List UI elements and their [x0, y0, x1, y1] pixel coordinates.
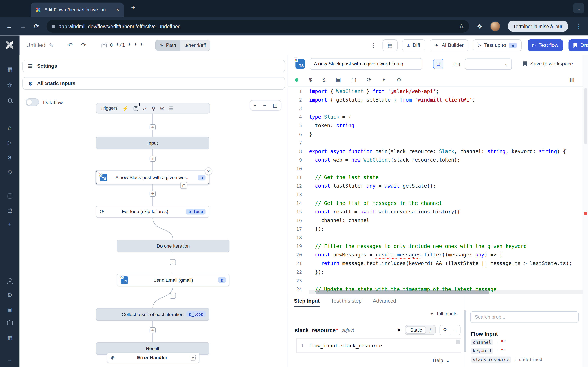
docs-button[interactable]: ▤	[383, 39, 398, 51]
cron-schedule[interactable]: 0 */1 * * *	[110, 42, 143, 48]
new-tab-button[interactable]: +	[131, 4, 135, 12]
delete-step-icon[interactable]: ×	[205, 167, 212, 175]
add-step-button[interactable]: +	[150, 327, 156, 333]
add-step-button[interactable]: +	[150, 191, 156, 197]
rail-flows-icon[interactable]: ⇶	[0, 208, 20, 213]
rail-apps-icon[interactable]: ▦	[0, 66, 20, 72]
path-control[interactable]: ✎Path u/henri/eff	[155, 40, 210, 51]
flow-node-do-one-iteration[interactable]: Do one iteration	[117, 240, 229, 252]
tab-close-icon[interactable]: ×	[116, 7, 119, 13]
code-line[interactable]: 22 });	[288, 268, 583, 276]
more-options-icon[interactable]: ⋮	[371, 42, 376, 49]
cache-toggle-button[interactable]: ▢	[433, 59, 443, 69]
code-line[interactable]: 14 // Get the list of messages in the ch…	[288, 199, 583, 207]
bookmark-star-icon[interactable]: ☆	[459, 23, 464, 30]
code-line[interactable]: 23	[288, 276, 583, 285]
code-line[interactable]: 16 channel: channel	[288, 216, 583, 225]
prop-item[interactable]: channel:""	[465, 338, 583, 346]
expression-editor[interactable]: 1 flow_input.slack_resource	[296, 338, 461, 353]
help-button[interactable]: Help ⌄	[433, 357, 450, 363]
websocket-trigger-icon[interactable]: ⚲	[152, 106, 155, 111]
insert-arrow-icon[interactable]: →	[450, 325, 460, 335]
webhook-trigger-icon[interactable]: ⚡	[122, 106, 129, 111]
code-line[interactable]: 1import { WebClient } from '@slack/web-a…	[288, 87, 583, 95]
rail-grid-icon[interactable]: ▦	[0, 334, 20, 340]
rail-runs-icon[interactable]: ▷	[0, 140, 20, 145]
search-prop-input[interactable]	[470, 311, 579, 323]
code-line[interactable]: 5 token: string	[288, 121, 583, 130]
reset-icon[interactable]: ⟳	[367, 77, 371, 82]
code-line[interactable]: 18	[288, 233, 583, 242]
code-line[interactable]: 2import { getState, setState } from 'win…	[288, 95, 583, 104]
tab-test-this-step[interactable]: Test this step	[331, 294, 362, 307]
code-line[interactable]: 17 });	[288, 225, 583, 233]
code-line[interactable]: 6}	[288, 130, 583, 138]
back-button[interactable]: ←	[6, 23, 12, 29]
resize-handle[interactable]	[456, 340, 460, 344]
triggers-bar[interactable]: Triggers ⚡ 1 ⇄ ⚲ ✉ ☰	[96, 103, 210, 113]
prop-item[interactable]: slack_resource:undefined	[465, 355, 583, 364]
zoom-out-button[interactable]: −	[263, 102, 266, 108]
reload-button[interactable]: ⟳	[34, 23, 39, 29]
settings-button[interactable]: ☰ Settings	[22, 60, 285, 72]
rail-settings-icon[interactable]: ⚙	[0, 292, 20, 298]
horizontal-scrollbar[interactable]	[309, 290, 583, 294]
flow-node-slack-step[interactable]: TS A new Slack post with a given wor... …	[96, 171, 209, 184]
address-bar[interactable]: ≡ app.windmill.dev/flows/edit/u/henri/ef…	[47, 20, 469, 33]
forward-button[interactable]: →	[20, 23, 26, 29]
browser-menu-icon[interactable]: ⋮	[576, 23, 582, 29]
zoom-in-button[interactable]: +	[254, 102, 256, 108]
test-flow-button[interactable]: ▷Test flow	[527, 39, 563, 51]
code-line[interactable]: 12 const lastState: any = await getState…	[288, 182, 583, 190]
variables-icon[interactable]: $	[309, 77, 312, 82]
rail-favorites-icon[interactable]: ☆	[0, 82, 20, 88]
tab-advanced[interactable]: Advanced	[373, 294, 396, 307]
tab-list-button[interactable]: ⌄	[573, 3, 584, 13]
code-line[interactable]: 3	[288, 104, 583, 113]
test-up-to-button[interactable]: ▷Test up toa	[473, 39, 522, 51]
edit-title-icon[interactable]: ✎	[49, 42, 53, 48]
add-step-button[interactable]: +	[150, 156, 156, 162]
site-settings-icon[interactable]: ≡	[52, 23, 55, 29]
add-step-button[interactable]: +	[170, 293, 176, 299]
dataflow-toggle[interactable]	[26, 99, 39, 106]
rail-variables-icon[interactable]: $	[0, 155, 20, 160]
schedule-trigger-icon[interactable]: 1	[133, 106, 138, 111]
flow-node-forloop[interactable]: ⟳ For loop (skip failures) b_loop	[96, 206, 209, 217]
flow-node-input[interactable]: Input	[96, 137, 209, 149]
flow-node-send-email[interactable]: TS Send Email (gmail) b	[117, 274, 229, 286]
redo-button[interactable]: ↷	[81, 42, 86, 49]
static-option[interactable]: Static	[406, 326, 426, 334]
package-icon[interactable]: ▣	[336, 77, 341, 82]
ai-builder-button[interactable]: ✦AI Builder	[430, 39, 468, 51]
prop-item[interactable]: keyword:""	[465, 346, 583, 355]
code-line[interactable]: 9 const web = new WebClient(slack_resour…	[288, 156, 583, 164]
http-trigger-icon[interactable]: ⇄	[143, 106, 147, 111]
flow-node-collect-result[interactable]: Collect result of each iteration b_loop	[96, 308, 209, 321]
editor-settings-icon[interactable]: ⚙	[397, 77, 401, 82]
code-line[interactable]: 10	[288, 164, 583, 173]
code-line[interactable]: 20 const newMessages = result.messages.f…	[288, 250, 583, 259]
tab-step-input[interactable]: Step Input	[294, 294, 320, 307]
rail-add-icon[interactable]: +	[0, 221, 20, 228]
ai-assistant-icon[interactable]: ✦	[381, 77, 386, 82]
scrollbar-thumb[interactable]	[316, 290, 489, 294]
code-line[interactable]: 8export async function main(slack_resour…	[288, 147, 583, 156]
code-line[interactable]: 19 // Filter the messages to only includ…	[288, 242, 583, 250]
rail-schedules-icon[interactable]	[0, 193, 20, 199]
rail-resources-icon[interactable]: ◇	[0, 169, 20, 175]
rail-home-icon[interactable]: ⌂	[0, 125, 20, 131]
profile-avatar[interactable]	[490, 21, 500, 31]
rail-folders-icon[interactable]	[0, 319, 20, 326]
step-summary-input[interactable]	[310, 58, 422, 70]
flow-node-error-handler[interactable]: ⊚ Error Handler +	[107, 352, 199, 363]
tag-select[interactable]: ⌄	[465, 58, 512, 69]
ai-fill-icon[interactable]: ✦	[396, 326, 401, 334]
save-to-workspace-button[interactable]: Save to workspace	[523, 61, 573, 67]
add-error-handler-button[interactable]: +	[190, 355, 196, 360]
rail-workers-icon[interactable]: ▣	[0, 307, 20, 312]
undo-button[interactable]: ↶	[68, 42, 73, 49]
diff-button[interactable]: ±Diff	[402, 39, 425, 51]
vertical-scrollbar[interactable]	[583, 55, 588, 367]
flow-title[interactable]: Untitled	[26, 42, 45, 48]
